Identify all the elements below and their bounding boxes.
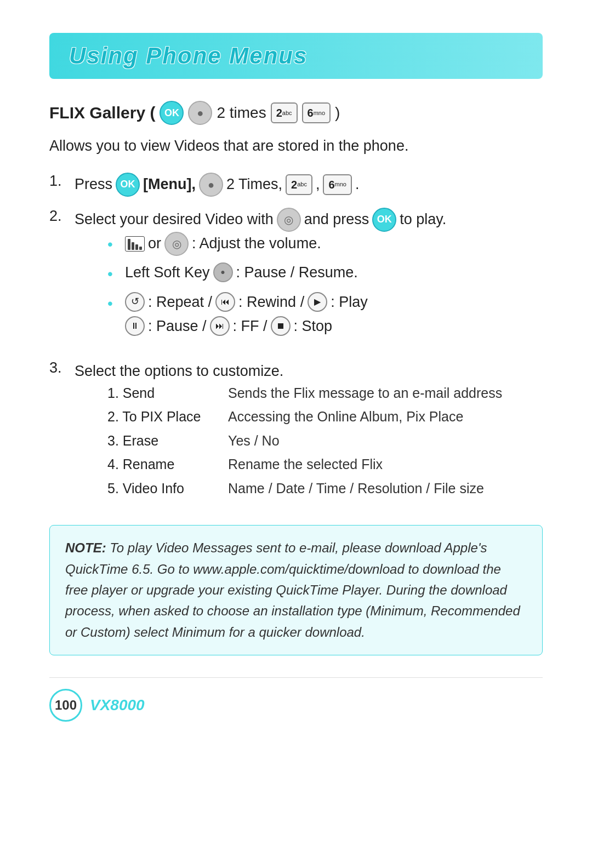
step-2-nav-icon: ◎ bbox=[277, 208, 301, 232]
option-4-desc: Rename the selected Flix bbox=[228, 454, 383, 475]
key-6mno-badge: 6mno bbox=[302, 102, 331, 123]
rewind-icon: ⏮ bbox=[215, 292, 235, 312]
repeat-icon: ↺ bbox=[125, 292, 145, 312]
section-close-paren: ) bbox=[335, 104, 340, 122]
bullet-2-dot: • bbox=[107, 262, 118, 285]
rewind-label: : Rewind / bbox=[238, 291, 304, 313]
bullet-1-nav-icon: ◎ bbox=[164, 232, 189, 256]
option-1-name: 1. Send bbox=[107, 383, 206, 404]
bullet-1-or: or bbox=[148, 232, 161, 255]
bullet-3-content: ↺ : Repeat / ⏮ : Rewind / ▶ : Play ⏸ : P… bbox=[125, 291, 368, 338]
bullet-1: • or ◎ : Adjust the volume. bbox=[107, 232, 543, 256]
bullet-1-text: : Adjust the volume. bbox=[192, 232, 321, 255]
bullet-1-dot: • bbox=[107, 233, 118, 256]
page: Using Phone Menus FLIX Gallery ( OK ● 2 … bbox=[49, 33, 543, 722]
step-1: 1. Press OK [Menu], ● 2 Times, 2abc , 6m… bbox=[49, 173, 543, 197]
step-1-press: Press bbox=[75, 173, 112, 196]
step-1-times: 2 Times, bbox=[226, 173, 282, 196]
step-1-key6: 6mno bbox=[323, 174, 352, 195]
step-2-and-press: and press bbox=[304, 208, 369, 231]
option-3-desc: Yes / No bbox=[228, 431, 280, 452]
step-2-to-play: to play. bbox=[400, 208, 446, 231]
step-1-nav-icon: ● bbox=[199, 173, 223, 197]
option-5-name: 5. Video Info bbox=[107, 478, 206, 499]
flix-gallery-label: FLIX Gallery ( bbox=[49, 104, 155, 122]
step-1-key2: 2abc bbox=[286, 174, 312, 195]
ff-icon: ⏭ bbox=[210, 316, 230, 336]
page-title: Using Phone Menus bbox=[69, 43, 523, 69]
pause-icon: ⏸ bbox=[125, 316, 145, 336]
key-2abc-badge: 2abc bbox=[271, 102, 298, 123]
title-bar: Using Phone Menus bbox=[49, 33, 543, 79]
bullet-1-content: or ◎ : Adjust the volume. bbox=[125, 232, 321, 256]
ff-label: : FF / bbox=[233, 315, 267, 338]
note-text: To play Video Messages sent to e-mail, p… bbox=[65, 540, 520, 639]
step-2-ok-icon: OK bbox=[372, 208, 396, 232]
option-row-3: 3. Erase Yes / No bbox=[107, 431, 543, 452]
step-3-num: 3. bbox=[49, 359, 69, 376]
step-1-num: 1. bbox=[49, 173, 69, 190]
section-label: FLIX Gallery ( bbox=[49, 104, 155, 122]
option-row-4: 4. Rename Rename the selected Flix bbox=[107, 454, 543, 475]
option-5-desc: Name / Date / Time / Resolution / File s… bbox=[228, 478, 484, 499]
step-3-text: Select the options to customize. bbox=[75, 363, 283, 379]
bullet-2-desc: : Pause / Resume. bbox=[236, 261, 358, 284]
steps-list: 1. Press OK [Menu], ● 2 Times, 2abc , 6m… bbox=[49, 173, 543, 515]
ok-button-icon: OK bbox=[160, 101, 184, 125]
step-1-content: Press OK [Menu], ● 2 Times, 2abc , 6mno … bbox=[75, 173, 543, 197]
step-2-text: Select your desired Video with bbox=[75, 208, 274, 231]
footer: 100 VX8000 bbox=[49, 677, 543, 722]
section-header: FLIX Gallery ( OK ● 2 times 2abc 6mno ) bbox=[49, 101, 543, 125]
note-box: NOTE: To play Video Messages sent to e-m… bbox=[49, 525, 543, 655]
stop-icon: ⏹ bbox=[271, 316, 291, 336]
pause-label: : Pause / bbox=[148, 315, 207, 338]
option-2-name: 2. To PIX Place bbox=[107, 407, 206, 427]
nav-circle-icon: ● bbox=[188, 101, 212, 125]
play-icon: ▶ bbox=[308, 292, 327, 312]
play-label: : Play bbox=[331, 291, 368, 313]
step-1-period: . bbox=[355, 173, 360, 196]
note-label: NOTE: bbox=[65, 540, 106, 555]
bullet-2-left-soft: Left Soft Key bbox=[125, 261, 210, 284]
option-2-desc: Accessing the Online Album, Pix Place bbox=[228, 407, 463, 427]
bullets-list: • or ◎ : Adjust the volume. bbox=[107, 232, 543, 338]
option-4-name: 4. Rename bbox=[107, 454, 206, 475]
repeat-label: : Repeat / bbox=[148, 291, 212, 313]
step-2-num: 2. bbox=[49, 208, 69, 225]
step-3-content: Select the options to customize. 1. Send… bbox=[75, 359, 543, 515]
step-3: 3. Select the options to customize. 1. S… bbox=[49, 359, 543, 515]
option-row-2: 2. To PIX Place Accessing the Online Alb… bbox=[107, 407, 543, 427]
soft-key-icon: ● bbox=[213, 262, 233, 282]
bullet-2-content: Left Soft Key ● : Pause / Resume. bbox=[125, 261, 358, 284]
bullet-2: • Left Soft Key ● : Pause / Resume. bbox=[107, 261, 543, 285]
option-1-desc: Sends the Flix message to an e-mail addr… bbox=[228, 383, 502, 404]
volume-bars-icon bbox=[125, 236, 145, 252]
option-row-1: 1. Send Sends the Flix message to an e-m… bbox=[107, 383, 543, 404]
bullet-3-dot: • bbox=[107, 292, 118, 315]
bullet-3: • ↺ : Repeat / ⏮ : Rewind / ▶ : Play bbox=[107, 291, 543, 338]
options-table: 1. Send Sends the Flix message to an e-m… bbox=[107, 383, 543, 499]
times-label: 2 times bbox=[217, 104, 266, 122]
model-name: VX8000 bbox=[90, 696, 145, 714]
stop-label: : Stop bbox=[294, 315, 333, 338]
step-1-menu: [Menu], bbox=[143, 173, 196, 196]
option-3-name: 3. Erase bbox=[107, 431, 206, 452]
step-1-ok-icon: OK bbox=[116, 173, 140, 197]
step-1-comma: , bbox=[316, 173, 320, 196]
step-2-content: Select your desired Video with ◎ and pre… bbox=[75, 208, 543, 349]
step-2: 2. Select your desired Video with ◎ and … bbox=[49, 208, 543, 349]
page-number: 100 bbox=[49, 689, 82, 722]
option-row-5: 5. Video Info Name / Date / Time / Resol… bbox=[107, 478, 543, 499]
section-description: Allows you to view Videos that are store… bbox=[49, 135, 543, 157]
